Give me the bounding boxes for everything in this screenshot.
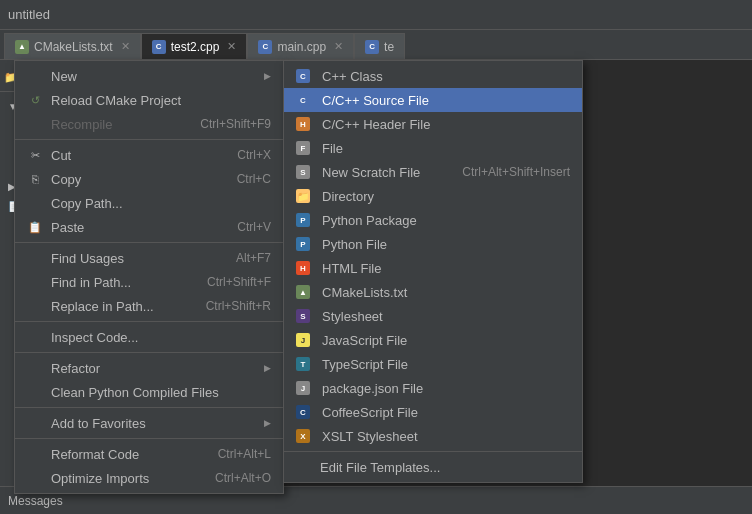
submenu-directory-label: Directory — [322, 189, 570, 204]
main-area: 📁 ⊕ ⚙ — ▼ untit... C c... ▲ A... ▶ n... — [0, 60, 752, 514]
submenu-cmake-label: CMakeLists.txt — [322, 285, 570, 300]
submenu-item-python-file[interactable]: P Python File — [284, 232, 582, 256]
paste-icon: 📋 — [27, 219, 43, 235]
submenu-edit-templates-label: Edit File Templates... — [320, 460, 570, 475]
cmake-tab-label: CMakeLists.txt — [34, 40, 113, 54]
separator-3 — [15, 321, 283, 322]
menu-item-new[interactable]: New — [15, 64, 283, 88]
tab-test2[interactable]: C test2.cpp ✕ — [141, 33, 248, 59]
menu-item-copy[interactable]: ⎘ Copy Ctrl+C — [15, 167, 283, 191]
submenu-item-cpp-class[interactable]: C C++ Class — [284, 64, 582, 88]
messages-label: Messages — [8, 494, 63, 508]
submenu-item-cmake[interactable]: ▲ CMakeLists.txt — [284, 280, 582, 304]
stylesheet-icon: S — [296, 309, 310, 323]
menu-item-add-favorites-label: Add to Favorites — [51, 416, 248, 431]
find-usages-icon — [27, 250, 43, 266]
menu-item-find-usages-shortcut: Alt+F7 — [236, 251, 271, 265]
submenu-item-ts[interactable]: T TypeScript File — [284, 352, 582, 376]
js-file-icon: J — [296, 333, 310, 347]
menu-item-paste[interactable]: 📋 Paste Ctrl+V — [15, 215, 283, 239]
clean-python-icon — [27, 384, 43, 400]
reload-icon: ↺ — [27, 92, 43, 108]
submenu-item-cpp-source[interactable]: C C/C++ Source File — [284, 88, 582, 112]
submenu-item-edit-templates[interactable]: Edit File Templates... — [284, 455, 582, 479]
cpp-source-icon: C — [296, 93, 310, 107]
menu-item-recompile: Recompile Ctrl+Shift+F9 — [15, 112, 283, 136]
submenu-scratch-label: New Scratch File — [322, 165, 454, 180]
reformat-icon — [27, 446, 43, 462]
menu-item-paste-label: Paste — [51, 220, 229, 235]
menu-item-reformat-label: Reformat Code — [51, 447, 210, 462]
submenu-item-coffee[interactable]: C CoffeeScript File — [284, 400, 582, 424]
refactor-icon — [27, 360, 43, 376]
submenu-item-xslt[interactable]: X XSLT Stylesheet — [284, 424, 582, 448]
menu-item-copy-path-label: Copy Path... — [51, 196, 271, 211]
find-path-icon — [27, 274, 43, 290]
main-tab-label: main.cpp — [277, 40, 326, 54]
new-icon — [27, 68, 43, 84]
submenu-cpp-source-label: C/C++ Source File — [322, 93, 570, 108]
menu-item-paste-shortcut: Ctrl+V — [237, 220, 271, 234]
menu-item-cut[interactable]: ✂ Cut Ctrl+X — [15, 143, 283, 167]
menu-item-find-path[interactable]: Find in Path... Ctrl+Shift+F — [15, 270, 283, 294]
submenu-html-label: HTML File — [322, 261, 570, 276]
cpp-class-icon: C — [296, 69, 310, 83]
html-file-icon: H — [296, 261, 310, 275]
ts-file-icon: T — [296, 357, 310, 371]
cmake-tab-close[interactable]: ✕ — [121, 40, 130, 53]
submenu-coffee-label: CoffeeScript File — [322, 405, 570, 420]
main-tab-close[interactable]: ✕ — [334, 40, 343, 53]
python-file-icon: P — [296, 237, 310, 251]
submenu-package-json-label: package.json File — [322, 381, 570, 396]
submenu-item-js[interactable]: J JavaScript File — [284, 328, 582, 352]
submenu: C C++ Class C C/C++ Source File H C/C++ … — [283, 60, 583, 483]
menu-item-inspect-label: Inspect Code... — [51, 330, 271, 345]
submenu-xslt-label: XSLT Stylesheet — [322, 429, 570, 444]
menu-item-refactor-label: Refactor — [51, 361, 248, 376]
submenu-js-label: JavaScript File — [322, 333, 570, 348]
menu-item-add-favorites[interactable]: Add to Favorites — [15, 411, 283, 435]
submenu-python-file-label: Python File — [322, 237, 570, 252]
edit-templates-icon — [296, 459, 312, 475]
menu-item-reload-label: Reload CMake Project — [51, 93, 271, 108]
menu-item-find-usages[interactable]: Find Usages Alt+F7 — [15, 246, 283, 270]
menu-item-new-label: New — [51, 69, 248, 84]
submenu-item-file[interactable]: F File — [284, 136, 582, 160]
tab-cmake[interactable]: ▲ CMakeLists.txt ✕ — [4, 33, 141, 59]
coffee-file-icon: C — [296, 405, 310, 419]
menu-item-copy-shortcut: Ctrl+C — [237, 172, 271, 186]
submenu-cpp-header-label: C/C++ Header File — [322, 117, 570, 132]
menu-item-copy-path[interactable]: Copy Path... — [15, 191, 283, 215]
menu-item-recompile-label: Recompile — [51, 117, 192, 132]
te-tab-icon: C — [365, 40, 379, 54]
separator-1 — [15, 139, 283, 140]
copy-path-icon — [27, 195, 43, 211]
menu-item-refactor[interactable]: Refactor — [15, 356, 283, 380]
menu-item-clean-python[interactable]: Clean Python Compiled Files — [15, 380, 283, 404]
submenu-item-scratch[interactable]: S New Scratch File Ctrl+Alt+Shift+Insert — [284, 160, 582, 184]
directory-icon: 📁 — [296, 189, 310, 203]
submenu-item-stylesheet[interactable]: S Stylesheet — [284, 304, 582, 328]
menu-item-reformat-shortcut: Ctrl+Alt+L — [218, 447, 271, 461]
submenu-item-cpp-header[interactable]: H C/C++ Header File — [284, 112, 582, 136]
submenu-separator — [284, 451, 582, 452]
submenu-item-package-json[interactable]: J package.json File — [284, 376, 582, 400]
tab-bar: ▲ CMakeLists.txt ✕ C test2.cpp ✕ C main.… — [0, 30, 752, 60]
menu-item-reformat[interactable]: Reformat Code Ctrl+Alt+L — [15, 442, 283, 466]
submenu-item-html[interactable]: H HTML File — [284, 256, 582, 280]
submenu-item-directory[interactable]: 📁 Directory — [284, 184, 582, 208]
cut-icon: ✂ — [27, 147, 43, 163]
submenu-stylesheet-label: Stylesheet — [322, 309, 570, 324]
submenu-file-label: File — [322, 141, 570, 156]
cpp-header-icon: H — [296, 117, 310, 131]
menu-item-inspect[interactable]: Inspect Code... — [15, 325, 283, 349]
menu-item-optimize[interactable]: Optimize Imports Ctrl+Alt+O — [15, 466, 283, 490]
menu-item-replace-path[interactable]: Replace in Path... Ctrl+Shift+R — [15, 294, 283, 318]
submenu-item-python-package[interactable]: P Python Package — [284, 208, 582, 232]
submenu-scratch-shortcut: Ctrl+Alt+Shift+Insert — [462, 165, 570, 179]
json-file-icon: J — [296, 381, 310, 395]
tab-main[interactable]: C main.cpp ✕ — [247, 33, 354, 59]
menu-item-reload[interactable]: ↺ Reload CMake Project — [15, 88, 283, 112]
tab-te[interactable]: C te — [354, 33, 405, 59]
test2-tab-close[interactable]: ✕ — [227, 40, 236, 53]
